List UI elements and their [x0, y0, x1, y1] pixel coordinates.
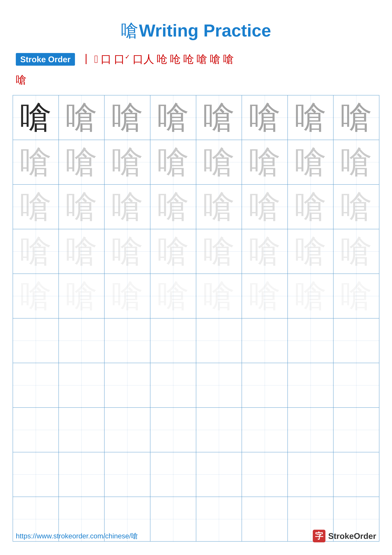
grid-cell[interactable]	[13, 408, 59, 452]
grid-cell[interactable]	[59, 452, 105, 497]
grid-cell[interactable]	[13, 452, 59, 497]
practice-char: 嗆	[157, 236, 189, 267]
grid-cell: 嗆	[288, 274, 334, 318]
grid-row	[13, 452, 379, 497]
page-title: 嗆 Writing Practice	[0, 0, 392, 43]
practice-char: 嗆	[20, 236, 51, 267]
grid-cell: 嗆	[150, 140, 196, 184]
grid-cell[interactable]	[242, 452, 288, 497]
practice-grid: 嗆 嗆 嗆 嗆 嗆 嗆 嗆 嗆 嗆 嗆 嗆 嗆 嗆 嗆 嗆 嗆 嗆 嗆 嗆 嗆 …	[13, 95, 379, 541]
stroke-10: 嗆	[210, 52, 221, 66]
grid-cell[interactable]	[334, 452, 379, 497]
brand-name: StrokeOrder	[328, 531, 376, 541]
grid-cell: 嗆	[59, 274, 105, 318]
grid-cell[interactable]	[105, 363, 150, 407]
practice-char: 嗆	[341, 102, 372, 133]
grid-cell: 嗆	[150, 95, 196, 140]
practice-char: 嗆	[112, 102, 143, 133]
grid-cell: 嗆	[196, 95, 242, 140]
stroke-8: 呛	[183, 52, 194, 66]
practice-char: 嗆	[249, 191, 280, 223]
grid-cell[interactable]	[105, 319, 150, 363]
grid-row: 嗆 嗆 嗆 嗆 嗆 嗆 嗆 嗆	[13, 140, 379, 185]
grid-row	[13, 408, 379, 452]
grid-cell[interactable]	[196, 363, 242, 407]
final-char-line: 嗆	[0, 73, 392, 87]
practice-char: 嗆	[249, 236, 280, 267]
practice-char: 嗆	[203, 146, 235, 178]
practice-char: 嗆	[112, 146, 143, 178]
practice-char: 嗆	[112, 236, 143, 267]
grid-cell: 嗆	[59, 229, 105, 274]
grid-cell: 嗆	[242, 95, 288, 140]
practice-char: 嗆	[295, 191, 326, 223]
grid-cell: 嗆	[13, 229, 59, 274]
grid-cell[interactable]	[13, 319, 59, 363]
grid-cell[interactable]	[105, 408, 150, 452]
grid-cell[interactable]	[150, 363, 196, 407]
practice-char: 嗆	[203, 280, 235, 312]
grid-cell[interactable]	[150, 452, 196, 497]
grid-cell[interactable]	[334, 319, 379, 363]
grid-cell[interactable]	[288, 363, 334, 407]
grid-cell: 嗆	[59, 140, 105, 184]
stroke-5: 口人	[133, 52, 154, 66]
grid-cell: 嗆	[196, 274, 242, 318]
grid-cell: 嗆	[196, 185, 242, 229]
grid-cell: 嗆	[150, 274, 196, 318]
grid-cell: 嗆	[105, 185, 150, 229]
grid-cell[interactable]	[196, 408, 242, 452]
practice-char: 嗆	[66, 146, 97, 178]
grid-cell[interactable]	[196, 452, 242, 497]
stroke-sequence: 丨 𠃊 口 口✓ 口人 呛 呛 呛 嗆 嗆 嗆	[80, 52, 235, 66]
grid-cell: 嗆	[334, 229, 379, 274]
practice-char: 嗆	[157, 146, 189, 178]
grid-cell: 嗆	[242, 140, 288, 184]
grid-cell[interactable]	[105, 452, 150, 497]
grid-cell[interactable]	[59, 408, 105, 452]
grid-cell[interactable]	[196, 319, 242, 363]
grid-cell: 嗆	[105, 229, 150, 274]
stroke-4: 口✓	[114, 52, 130, 66]
practice-char: 嗆	[157, 102, 189, 133]
practice-char: 嗆	[203, 102, 235, 133]
footer-url[interactable]: https://www.strokeorder.com/chinese/嗆	[16, 531, 138, 541]
grid-cell[interactable]	[150, 408, 196, 452]
stroke-11: 嗆	[223, 52, 234, 66]
title-text: Writing Practice	[139, 21, 271, 40]
grid-cell: 嗆	[59, 95, 105, 140]
grid-cell[interactable]	[288, 452, 334, 497]
practice-char: 嗆	[295, 280, 326, 312]
practice-char: 嗆	[341, 236, 372, 267]
grid-row: 嗆 嗆 嗆 嗆 嗆 嗆 嗆 嗆	[13, 185, 379, 229]
grid-cell: 嗆	[288, 95, 334, 140]
grid-cell: 嗆	[105, 95, 150, 140]
grid-cell: 嗆	[105, 274, 150, 318]
grid-cell[interactable]	[59, 319, 105, 363]
grid-cell: 嗆	[59, 185, 105, 229]
practice-char: 嗆	[20, 146, 51, 178]
practice-char: 嗆	[66, 236, 97, 267]
grid-cell[interactable]	[334, 363, 379, 407]
practice-char: 嗆	[203, 236, 235, 267]
grid-row: 嗆 嗆 嗆 嗆 嗆 嗆 嗆 嗆	[13, 274, 379, 319]
practice-char: 嗆	[20, 191, 51, 223]
grid-cell: 嗆	[288, 185, 334, 229]
stroke-order-badge: Stroke Order	[16, 53, 75, 66]
grid-cell[interactable]	[150, 319, 196, 363]
grid-cell[interactable]	[242, 363, 288, 407]
practice-char: 嗆	[249, 280, 280, 312]
grid-cell: 嗆	[334, 185, 379, 229]
grid-row: 嗆 嗆 嗆 嗆 嗆 嗆 嗆 嗆	[13, 229, 379, 274]
title-char: 嗆	[121, 21, 138, 40]
grid-cell[interactable]	[13, 363, 59, 407]
grid-cell[interactable]	[242, 408, 288, 452]
grid-cell[interactable]	[288, 319, 334, 363]
grid-cell[interactable]	[288, 408, 334, 452]
grid-cell[interactable]	[242, 319, 288, 363]
stroke-9: 嗆	[197, 52, 207, 66]
grid-cell[interactable]	[334, 408, 379, 452]
grid-cell: 嗆	[242, 229, 288, 274]
grid-cell[interactable]	[59, 363, 105, 407]
practice-char: 嗆	[341, 146, 372, 178]
